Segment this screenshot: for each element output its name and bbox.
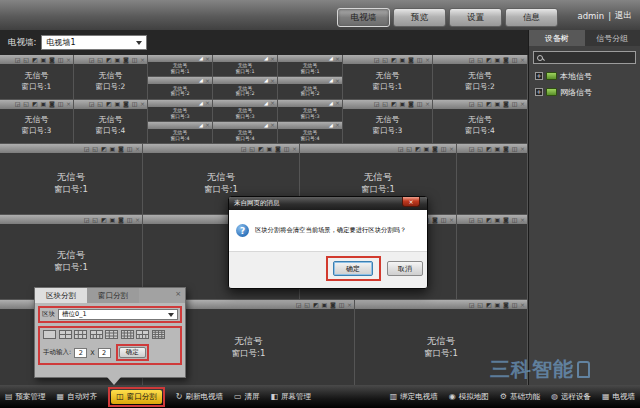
wall-window[interactable]: ◲ ◱ ◩ ▣ ◙ ◫× (457, 144, 528, 214)
resize-icon[interactable]: ◢ (264, 78, 268, 83)
search-input[interactable] (533, 51, 636, 64)
close-icon[interactable]: × (520, 57, 525, 63)
close-icon[interactable]: × (205, 100, 210, 106)
close-icon[interactable]: × (449, 217, 454, 223)
toolbar-tv-wall[interactable]: ▦ 电视墙 (602, 392, 635, 402)
window-toolbar[interactable]: ◢× (148, 77, 212, 84)
close-icon[interactable]: × (270, 122, 275, 128)
resize-icon[interactable]: ◢ (199, 123, 203, 128)
toolbar-refresh-wall[interactable]: ↻ 刷新电视墙 (176, 392, 223, 402)
dialog-close-button[interactable]: × (402, 197, 420, 207)
confirm-split-button[interactable]: 确定 (119, 347, 146, 358)
resize-icon[interactable]: ◢ (199, 78, 203, 83)
toolbar-screen-management[interactable]: ◧ 屏幕管理 (270, 392, 311, 402)
wall-window-small[interactable]: ◢× 无信号窗口号:4 (278, 121, 342, 143)
close-icon[interactable]: × (140, 57, 145, 63)
split-6-icon[interactable] (74, 330, 87, 339)
window-toolbar[interactable]: ◲ ◱ ◩ ▣ ◙ ◫× (457, 144, 527, 153)
close-icon[interactable]: × (520, 146, 525, 152)
window-toolbar[interactable]: ◲ ◱ ◩ ▣ ◙ ◫× (343, 55, 432, 64)
close-icon[interactable]: × (140, 101, 145, 107)
window-toolbar[interactable]: ◢× (213, 77, 277, 84)
window-toolbar[interactable]: ◢× (148, 122, 212, 129)
resize-icon[interactable]: ◢ (329, 78, 333, 83)
resize-icon[interactable]: ◢ (329, 56, 333, 61)
window-toolbar[interactable]: ◲ ◱ ◩ ▣ ◙ ◫× (0, 55, 73, 64)
logout-link[interactable]: 退出 (615, 10, 632, 22)
wall-window[interactable]: ◲ ◱ ◩ ▣ ◙ ◫× 无信号窗口号:1 (0, 144, 143, 214)
close-icon[interactable]: × (335, 78, 340, 84)
tab-settings[interactable]: 设置 (449, 8, 502, 27)
resize-icon[interactable]: ◢ (264, 56, 268, 61)
wall-select-dropdown[interactable]: 电视墙1 (41, 35, 147, 50)
resize-icon[interactable]: ◢ (329, 101, 333, 106)
window-toolbar[interactable]: ◲ ◱ ◩ ▣ ◙ ◫× (0, 215, 142, 224)
wall-window-small[interactable]: ◢× 无信号窗口号:3 (278, 99, 342, 121)
close-icon[interactable]: × (520, 217, 525, 223)
resize-icon[interactable]: ◢ (264, 101, 268, 106)
close-icon[interactable]: × (66, 57, 71, 63)
window-toolbar[interactable]: ◲ ◱ ◩ ▣ ◙ ◫× (433, 100, 527, 109)
tree-item-local-signal[interactable]: + 本地信号 (529, 68, 640, 84)
wall-window[interactable]: ◲ ◱ ◩ ▣ ◙ ◫× 无信号窗口号:1 (0, 55, 73, 99)
toolbar-basic-functions[interactable]: ⚙ 基础功能 (500, 392, 540, 402)
window-toolbar[interactable]: ◢× (278, 100, 342, 107)
close-icon[interactable]: × (425, 101, 430, 107)
resize-icon[interactable]: ◢ (329, 123, 333, 128)
wall-window[interactable]: ◲ ◱ ◩ ▣ ◙ ◫× 无信号窗口号:1 (343, 55, 432, 99)
resize-icon[interactable]: ◢ (264, 123, 268, 128)
wall-window-small[interactable]: ◢× 无信号窗口号:4 (213, 121, 277, 143)
window-toolbar[interactable]: ◲ ◱ ◩ ▣ ◙ ◫× (74, 100, 147, 109)
split-13-icon[interactable] (136, 330, 149, 339)
toolbar-clear-screen[interactable]: ▭ 清屏 (234, 392, 260, 402)
split-8-icon[interactable] (90, 330, 103, 339)
split-9-icon[interactable] (105, 330, 118, 339)
window-toolbar[interactable]: ◢× (213, 55, 277, 62)
wall-window-small[interactable]: ◢× 无信号窗口号:4 (148, 121, 212, 143)
wall-window[interactable]: ◲ ◱ ◩ ▣ ◙ ◫× 无信号窗口号:3 (0, 99, 73, 144)
toolbar-auto-align[interactable]: ▦ 自动对齐 (57, 392, 98, 402)
rows-input[interactable]: 2 (98, 348, 111, 358)
wall-window[interactable]: ◲ ◱ ◩ ▣ ◙ ◫× 无信号窗口号:1 (355, 300, 528, 385)
wall-window-small[interactable]: ◢× 无信号窗口号:2 (213, 76, 277, 98)
toolbar-plan-management[interactable]: ▤ 预案管理 (5, 392, 46, 402)
wall-window-small[interactable]: ◢× 无信号窗口号:3 (148, 99, 212, 121)
window-toolbar[interactable]: ◲ ◱ ◩ ▣ ◙ ◫× (457, 215, 527, 224)
window-toolbar[interactable]: ◲ ◱ ◩ ▣ ◙ ◫× (143, 144, 299, 153)
window-toolbar[interactable]: ◢× (213, 100, 277, 107)
wall-window[interactable]: ◲ ◱ ◩ ▣ ◙ ◫× 无信号窗口号:2 (433, 55, 527, 99)
close-icon[interactable]: × (335, 100, 340, 106)
wall-window[interactable]: ◲ ◱ ◩ ▣ ◙ ◫× 无信号窗口号:2 (74, 55, 147, 99)
cols-input[interactable]: 2 (74, 348, 87, 358)
tab-preview[interactable]: 预览 (393, 8, 446, 27)
toolbar-bind-wall[interactable]: ▥ 绑定电视墙 (390, 392, 438, 402)
tree-item-network-signal[interactable]: + 网络信号 (529, 84, 640, 100)
resize-icon[interactable]: ◢ (199, 56, 203, 61)
window-toolbar[interactable]: ◢× (278, 55, 342, 62)
close-icon[interactable]: × (335, 56, 340, 62)
close-icon[interactable]: × (205, 122, 210, 128)
toolbar-window-split[interactable]: ◫ 窗口分割 (111, 390, 162, 404)
expand-icon[interactable]: + (535, 88, 543, 96)
wall-window-small[interactable]: ◢× 无信号窗口号:1 (148, 55, 212, 76)
close-icon[interactable]: × (270, 78, 275, 84)
wall-window[interactable]: ◲ ◱ ◩ ▣ ◙ ◫× (457, 215, 528, 299)
close-icon[interactable]: × (66, 101, 71, 107)
cancel-button[interactable]: 取消 (387, 261, 423, 276)
wall-window[interactable]: ◲ ◱ ◩ ▣ ◙ ◫× 无信号窗口号:4 (74, 99, 147, 144)
wall-window[interactable]: ◲ ◱ ◩ ▣ ◙ ◫× 无信号窗口号:3 (343, 99, 432, 144)
close-icon[interactable]: × (292, 146, 297, 152)
window-toolbar[interactable]: ◲ ◱ ◩ ▣ ◙ ◫× (300, 144, 456, 153)
tab-block-split[interactable]: 区块分割 (35, 288, 87, 303)
resize-icon[interactable]: ◢ (199, 101, 203, 106)
close-icon[interactable]: × (270, 56, 275, 62)
close-icon[interactable]: × (335, 122, 340, 128)
split-4-icon[interactable] (59, 330, 72, 339)
wall-window-small[interactable]: ◢× 无信号窗口号:1 (278, 55, 342, 76)
ok-button[interactable]: 确定 (333, 261, 373, 276)
window-toolbar[interactable]: ◢× (278, 77, 342, 84)
window-toolbar[interactable]: ◲ ◱ ◩ ▣ ◙ ◫× (74, 55, 147, 64)
slot-select-dropdown[interactable]: 槽位0_1 (58, 309, 178, 320)
split-16-icon[interactable] (152, 330, 165, 339)
close-icon[interactable]: × (449, 146, 454, 152)
